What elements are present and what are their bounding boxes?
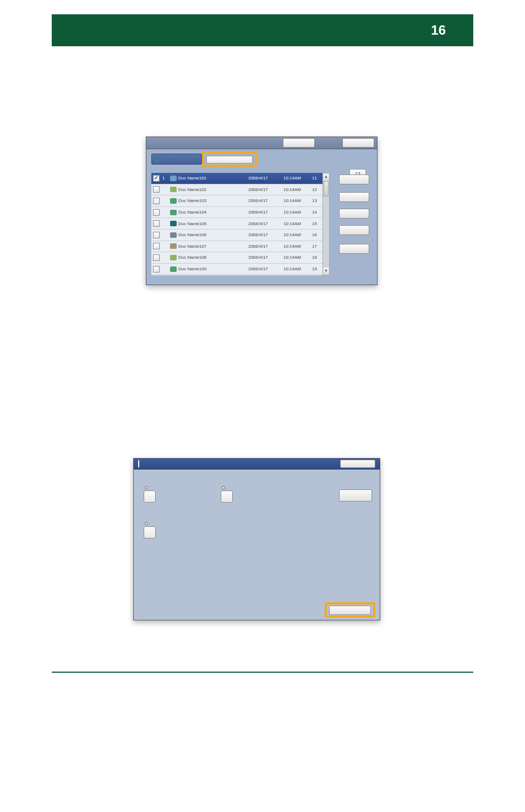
table-row[interactable]: Doc Name1062006/4/1710:14AM16	[151, 230, 326, 241]
document-date: 2006/4/17	[240, 198, 276, 203]
row-checkbox[interactable]	[153, 232, 160, 238]
document-index: 14	[308, 210, 319, 215]
document-time: 10:14AM	[276, 187, 308, 192]
row-checkbox[interactable]	[153, 266, 160, 273]
document-date: 2006/4/17	[240, 187, 276, 192]
panel1-tab-row: 12	[146, 149, 377, 169]
panel1-side-button-1[interactable]	[339, 175, 369, 184]
document-index: 16	[308, 232, 319, 237]
radio-icon[interactable]	[145, 522, 148, 525]
table-row[interactable]: Doc Name1092006/4/1710:14AM19	[151, 264, 326, 275]
table-row[interactable]: Doc Name1032006/4/1710:14AM13	[151, 195, 326, 207]
document-icon	[170, 243, 177, 249]
document-time: 10:14AM	[276, 198, 308, 203]
row-checkbox[interactable]	[153, 209, 160, 216]
table-row[interactable]: Doc Name1082006/4/1710:14AM18	[151, 252, 326, 264]
thumbnail-box[interactable]	[144, 526, 156, 538]
panel1-side-button-2[interactable]	[339, 192, 369, 202]
document-name: Doc Name101	[178, 176, 240, 181]
panel1-titlebar	[146, 137, 377, 149]
document-icon	[170, 221, 177, 226]
scroll-thumb[interactable]	[324, 181, 329, 197]
document-index: 15	[308, 221, 319, 226]
row-checkbox[interactable]	[153, 254, 160, 261]
page-header: 16	[52, 14, 473, 46]
footer-divider	[52, 672, 473, 673]
panel2-bottom-button[interactable]	[329, 606, 371, 615]
document-time: 10:14AM	[276, 210, 308, 215]
document-name: Doc Name103	[178, 198, 240, 203]
document-time: 10:14AM	[276, 176, 308, 181]
bottom-button-highlight	[325, 602, 375, 618]
document-icon	[170, 210, 177, 215]
document-date: 2006/4/17	[240, 266, 276, 271]
search-input-highlight	[202, 151, 257, 167]
document-date: 2006/4/17	[240, 221, 276, 226]
thumbnail-3[interactable]	[144, 522, 156, 538]
document-time: 10:14AM	[276, 221, 308, 226]
document-icon	[170, 187, 177, 192]
document-index: 19	[308, 266, 319, 271]
table-row[interactable]: Doc Name1042006/4/1710:14AM14	[151, 207, 326, 219]
document-index: 18	[308, 255, 319, 260]
document-time: 10:14AM	[276, 244, 308, 249]
table-row[interactable]: Doc Name1022006/4/1710:14AM12	[151, 184, 326, 196]
document-list-panel: 12 1Doc Name1012006/4/1710:14AM11Doc Nam…	[146, 137, 378, 285]
row-number: 1	[162, 176, 170, 181]
document-date: 2006/4/17	[240, 232, 276, 237]
document-name: Doc Name102	[178, 187, 240, 192]
table-row[interactable]: Doc Name1072006/4/1710:14AM17	[151, 241, 326, 253]
document-name: Doc Name108	[178, 255, 240, 260]
document-icon	[170, 176, 177, 181]
thumbnail-panel	[133, 458, 380, 620]
panel1-title-button-2[interactable]	[342, 138, 374, 148]
row-checkbox[interactable]	[153, 220, 160, 227]
row-checkbox[interactable]	[153, 175, 160, 182]
row-checkbox[interactable]	[153, 243, 160, 249]
document-name: Doc Name106	[178, 232, 240, 237]
page-number: 16	[431, 23, 446, 38]
table-row[interactable]: 1Doc Name1012006/4/1710:14AM11	[151, 173, 326, 184]
thumbnail-box[interactable]	[144, 491, 156, 503]
radio-icon[interactable]	[145, 486, 148, 489]
table-scrollbar[interactable]: ▲ ▼	[322, 173, 330, 275]
panel2-title-button[interactable]	[340, 460, 375, 468]
table-row[interactable]: Doc Name1052006/4/1710:14AM15	[151, 218, 326, 230]
document-index: 12	[308, 187, 319, 192]
document-date: 2006/4/17	[240, 244, 276, 249]
scroll-up-icon[interactable]: ▲	[323, 173, 329, 181]
document-icon	[170, 255, 177, 260]
search-input[interactable]	[206, 156, 253, 164]
panel1-side-button-4[interactable]	[339, 225, 369, 235]
document-index: 13	[308, 198, 319, 203]
panel1-title-button-1[interactable]	[283, 138, 315, 148]
document-name: Doc Name104	[178, 210, 240, 215]
scroll-down-icon[interactable]: ▼	[323, 268, 329, 275]
document-date: 2006/4/17	[240, 176, 276, 181]
radio-icon[interactable]	[222, 486, 225, 489]
panel1-tab[interactable]	[151, 154, 202, 165]
document-index: 17	[308, 244, 319, 249]
document-icon	[170, 198, 177, 204]
document-time: 10:14AM	[276, 232, 308, 237]
document-date: 2006/4/17	[240, 255, 276, 260]
thumbnail-2[interactable]	[221, 486, 233, 503]
document-name: Doc Name105	[178, 221, 240, 226]
title-cursor	[138, 460, 139, 467]
document-date: 2006/4/17	[240, 210, 276, 215]
row-checkbox[interactable]	[153, 186, 160, 193]
document-icon	[170, 266, 177, 272]
panel1-side-button-5[interactable]	[339, 244, 369, 254]
document-name: Doc Name107	[178, 244, 240, 249]
panel2-body	[134, 470, 380, 620]
document-name: Doc Name109	[178, 266, 240, 271]
thumbnail-1[interactable]	[144, 486, 156, 503]
panel2-right-button[interactable]	[339, 489, 372, 502]
row-checkbox[interactable]	[153, 198, 160, 204]
document-time: 10:14AM	[276, 255, 308, 260]
panel1-side-button-3[interactable]	[339, 209, 369, 219]
document-index: 11	[308, 176, 319, 181]
thumbnail-box[interactable]	[221, 491, 233, 503]
document-table: 1Doc Name1012006/4/1710:14AM11Doc Name10…	[151, 173, 326, 275]
document-icon	[170, 232, 177, 238]
